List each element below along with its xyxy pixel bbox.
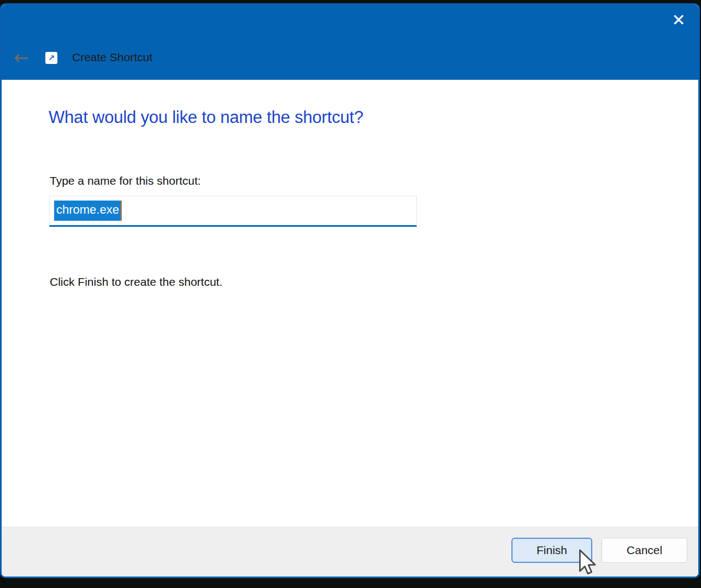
back-arrow-icon: ← — [14, 46, 30, 68]
page-heading: What would you like to name the shortcut… — [49, 108, 363, 127]
shortcut-arrow-icon: ↗ — [48, 54, 55, 62]
text-caret — [121, 201, 122, 221]
titlebar: ✕ ← ↗ Create Shortcut — [2, 5, 698, 80]
shortcut-name-label: Type a name for this shortcut: — [50, 174, 201, 187]
selected-input-text: chrome.exe — [54, 201, 121, 221]
shortcut-name-input[interactable]: chrome.exe — [49, 196, 417, 227]
back-button[interactable]: ← — [9, 45, 33, 69]
create-shortcut-window: ✕ ← ↗ Create Shortcut What would you lik… — [0, 3, 700, 578]
title-row: ← ↗ Create Shortcut — [2, 45, 698, 70]
close-button[interactable]: ✕ — [663, 8, 694, 32]
mouse-cursor — [575, 548, 597, 578]
window-title: Create Shortcut — [72, 49, 152, 66]
cancel-button[interactable]: Cancel — [602, 538, 687, 563]
shortcut-app-icon: ↗ — [45, 52, 57, 64]
instruction-text: Click Finish to create the shortcut. — [50, 275, 222, 289]
close-icon: ✕ — [671, 11, 685, 29]
